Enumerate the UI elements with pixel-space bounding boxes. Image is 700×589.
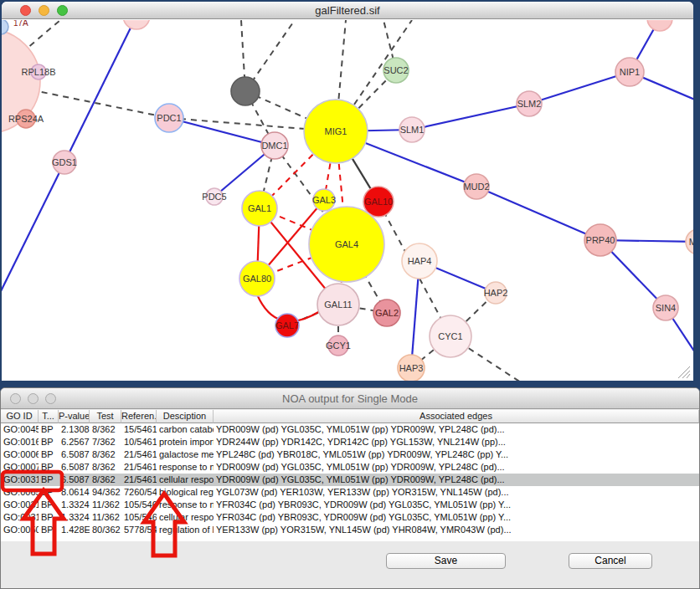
table-cell: GO:0050... (1, 524, 39, 536)
column-header-pvalue[interactable]: P-value (59, 410, 90, 423)
table-cell: GO:0031... (1, 474, 39, 486)
table-cell: 11/362 (90, 511, 121, 524)
table-cell: YPL248C (pd) YBR018C, YML051W (pp) YDR00… (214, 448, 699, 461)
table-row[interactable]: GO:0031...BP1.3324...11/362105/546...res… (1, 499, 699, 511)
graph-node-label: GAL80 (243, 274, 271, 284)
table-cell: BP (39, 511, 59, 524)
close-button-inactive[interactable] (10, 393, 21, 404)
table-cell: 8.0614... (59, 486, 90, 499)
table-cell: BP (39, 524, 59, 536)
column-header-desciption[interactable]: Desciption (157, 410, 214, 423)
column-header-test[interactable]: Test (90, 410, 121, 423)
table-cell: 6.5087... (59, 474, 90, 486)
noa-window-titlebar[interactable]: NOA output for Single Mode (1, 388, 699, 409)
graph-window: galFiltered.sif RPL18BRPS24AGDS1PDC1DMC1… (2, 2, 693, 381)
graph-node-label: GAL7 (275, 320, 299, 330)
zoom-button[interactable] (57, 5, 68, 16)
resize-grip-icon[interactable] (687, 374, 690, 378)
table-cell: GO:0006... (1, 448, 39, 461)
table-cell: 8/362 (90, 423, 121, 436)
table-cell: GO:0031... (1, 511, 39, 524)
graph-node-label: HAP2 (484, 288, 508, 298)
table-row[interactable]: GO:0065...BP8.0614...94/3627260/54...bio… (1, 486, 699, 499)
table-cell: YDR009W (pd) YGL035C, YML051W (pp) YDR00… (214, 461, 699, 474)
network-svg: RPL18BRPS24AGDS1PDC1DMC1MIG1SUC2SLM1SLM2… (2, 20, 693, 381)
table-cell: 6.5087... (59, 461, 90, 474)
graph-node-TOPPINK[interactable] (123, 20, 150, 29)
noa-window-controls (10, 393, 56, 404)
graph-node-label: CYC1 (438, 331, 462, 341)
screenshot-root: { "graph_window": { "title": "galFiltere… (0, 0, 700, 589)
table-body: GO:0045...BP2.1308...8/36215/54615carbon… (1, 423, 699, 541)
table-row[interactable]: GO:0006...BP6.5087...8/36221/54615galact… (1, 448, 699, 461)
table-cell: 21/54615 (121, 474, 157, 486)
resize-grip-icon[interactable] (682, 371, 690, 378)
graph-window-titlebar[interactable]: galFiltered.sif (2, 2, 693, 19)
network-edge[interactable] (169, 118, 275, 146)
table-cell: BP (39, 436, 59, 448)
table-row[interactable]: GO:0007...BP6.5087...8/36221/54615respon… (1, 461, 699, 474)
table-cell: 94/362 (90, 486, 121, 499)
table-cell: 1.428E... (59, 524, 90, 536)
table-row[interactable]: GO:0050...BP1.428E...80/3625778/54...reg… (1, 524, 699, 536)
column-header-associatededges[interactable]: Associated edges (214, 410, 699, 423)
table-cell: YGL073W (pd) YER103W, YER133W (pp) YOR31… (214, 486, 699, 499)
save-button[interactable]: Save (386, 553, 506, 569)
graph-node-label: RPS24A (8, 114, 44, 124)
table-cell: 6.2567... (59, 436, 90, 448)
minimize-button-inactive[interactable] (28, 393, 39, 404)
column-header-t[interactable]: T... (39, 410, 59, 423)
table-header-row: GO IDT...P-valueTestReferen...Desciption… (1, 410, 699, 423)
table-cell: 8/362 (90, 448, 121, 461)
table-cell: YFR034C (pd) YBR093C, YDR009W (pd) YGL03… (214, 499, 699, 511)
graph-node-label: MIG1 (325, 126, 347, 136)
graph-node-DARK[interactable] (231, 77, 260, 105)
cancel-button[interactable]: Cancel (569, 553, 652, 569)
graph-node-label: NIP1 (620, 67, 640, 77)
graph-node-label: GAL3 (312, 195, 336, 205)
graph-node-label: HAP4 (408, 256, 432, 266)
table-cell: 10/54615 (121, 436, 157, 448)
network-edge[interactable] (2, 162, 64, 293)
table-cell: carbon cataboli... (157, 423, 214, 436)
graph-node-label: DMC1 (261, 141, 287, 151)
column-header-referen[interactable]: Referen... (121, 410, 157, 423)
minimize-button[interactable] (39, 5, 49, 16)
clipped-node-label: 17A (13, 20, 28, 28)
graph-node-label: RPL18B (22, 67, 56, 77)
table-row[interactable]: GO:0031...BP1.3324...11/362105/546...cel… (1, 511, 699, 524)
graph-node-label: SIN4 (656, 303, 676, 313)
graph-node-TRPINK[interactable] (647, 20, 672, 31)
graph-node-label: GCY1 (326, 341, 351, 351)
network-edge[interactable] (476, 187, 600, 240)
table-cell: 80/362 (90, 524, 121, 536)
table-cell: 21/54615 (121, 461, 157, 474)
graph-node-label: SLM1 (400, 125, 425, 135)
results-table: GO IDT...P-valueTestReferen...Desciption… (1, 410, 699, 541)
table-cell: 1.3324... (59, 499, 90, 511)
network-edge[interactable] (64, 20, 136, 162)
graph-node-label: GAL1 (248, 203, 271, 213)
table-row-selected[interactable]: GO:0031...BP6.5087...8/36221/54615cellul… (1, 474, 699, 486)
graph-node-label: SLM2 (517, 99, 542, 109)
table-row[interactable]: GO:0045...BP2.1308...8/36215/54615carbon… (1, 423, 699, 436)
table-cell: BP (39, 486, 59, 499)
network-canvas[interactable]: RPL18BRPS24AGDS1PDC1DMC1MIG1SUC2SLM1SLM2… (2, 20, 693, 381)
column-header-goid[interactable]: GO ID (1, 410, 39, 423)
table-cell: BP (39, 461, 59, 474)
network-edge[interactable] (529, 72, 630, 104)
table-cell: YER133W (pp) YOR315W, YNL145W (pd) YHR08… (214, 524, 699, 536)
table-cell: protein import i... (157, 436, 214, 448)
table-cell: BP (39, 423, 59, 436)
network-edge[interactable] (412, 104, 529, 130)
table-row[interactable]: GO:0016...BP6.2567...7/36210/54615protei… (1, 436, 699, 448)
table-cell: biological regul... (157, 486, 214, 499)
close-button[interactable] (20, 5, 31, 16)
graph-node-label: GAL11 (324, 300, 352, 310)
graph-node-CORNER[interactable] (2, 20, 8, 34)
table-cell: response to nut... (157, 499, 214, 511)
graph-node-label: PRP40 (586, 235, 615, 245)
zoom-button-inactive[interactable] (45, 393, 56, 404)
noa-output-window: NOA output for Single Mode GO IDT...P-va… (0, 387, 700, 589)
table-cell: 5778/54... (121, 524, 157, 536)
